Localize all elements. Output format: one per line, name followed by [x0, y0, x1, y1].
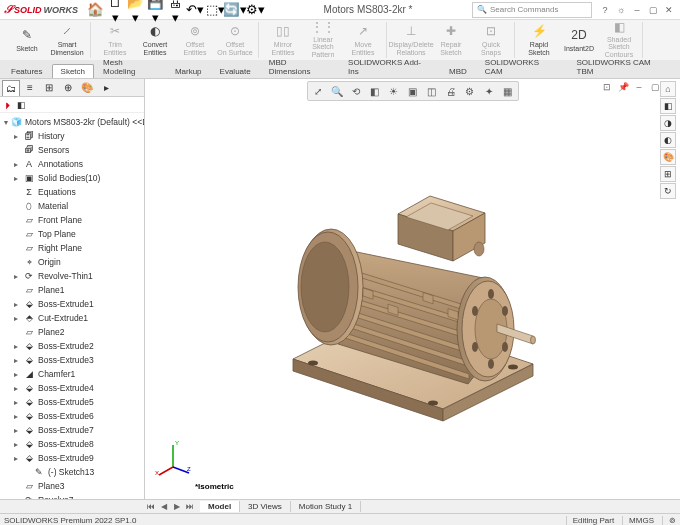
- new-button[interactable]: 🗋▾: [106, 2, 124, 18]
- tree-display-icon[interactable]: ◧: [17, 100, 26, 110]
- expand-icon[interactable]: ▸: [12, 440, 20, 449]
- tree-item[interactable]: 🗊Sensors: [2, 143, 142, 157]
- undo-button[interactable]: ↶▾: [186, 2, 204, 18]
- rebuild-button[interactable]: 🔄▾: [226, 2, 244, 18]
- view-tool-button[interactable]: ☀: [385, 83, 403, 99]
- expand-icon[interactable]: ▸: [12, 342, 20, 351]
- tree-item[interactable]: ▱Front Plane: [2, 213, 142, 227]
- expand-icon[interactable]: ▸: [12, 370, 20, 379]
- property-tab[interactable]: ≡: [21, 80, 39, 96]
- view-tool-button[interactable]: ◧: [366, 83, 384, 99]
- filter-icon[interactable]: ⏵: [4, 100, 13, 110]
- doc-minimize-button[interactable]: –: [632, 81, 646, 93]
- view-tool-button[interactable]: ✦: [480, 83, 498, 99]
- expand-icon[interactable]: ▾: [4, 118, 8, 127]
- tree-item[interactable]: ▸⬙Boss-Extrude7: [2, 423, 142, 437]
- expand-icon[interactable]: ▸: [12, 300, 20, 309]
- tree-item[interactable]: ⬯Material: [2, 199, 142, 213]
- more-tab[interactable]: ▸: [97, 80, 115, 96]
- expand-icon[interactable]: ▸: [12, 174, 20, 183]
- select-button[interactable]: ⬚▾: [206, 2, 224, 18]
- expand-icon[interactable]: ▸: [12, 160, 20, 169]
- tree-item[interactable]: ▸AAnnotations: [2, 157, 142, 171]
- minimize-button[interactable]: –: [630, 3, 644, 17]
- view-tool-button[interactable]: ⤢: [309, 83, 327, 99]
- graphics-viewport[interactable]: ⊡ 📌 – ▢ ✕ ⤢🔍⟲◧☀▣◫🖨⚙✦▦: [145, 79, 680, 499]
- task-pane-tab[interactable]: 🎨: [660, 149, 676, 165]
- status-units[interactable]: MMGS: [622, 516, 654, 525]
- expand-icon[interactable]: ▸: [12, 356, 20, 365]
- tab-nav-button[interactable]: ▶: [171, 502, 183, 511]
- tree-item[interactable]: ▸⬘Cut-Extrude1: [2, 311, 142, 325]
- tab-nav-button[interactable]: ⏭: [184, 502, 196, 511]
- help-button[interactable]: ?: [598, 3, 612, 17]
- tree-item[interactable]: ⌖Origin: [2, 255, 142, 269]
- tab-solidworks-cam[interactable]: SOLIDWORKS CAM: [476, 55, 568, 78]
- tab-markup[interactable]: Markup: [166, 64, 211, 78]
- task-pane-tab[interactable]: ⌂: [660, 81, 676, 97]
- tab-features[interactable]: Features: [2, 64, 52, 78]
- tree-item[interactable]: ▸◢Chamfer1: [2, 367, 142, 381]
- tab-solidworks-cam-tbm[interactable]: SOLIDWORKS CAM TBM: [568, 55, 679, 78]
- expand-icon[interactable]: ▸: [12, 426, 20, 435]
- view-tool-button[interactable]: ⟲: [347, 83, 365, 99]
- save-button[interactable]: 💾▾: [146, 2, 164, 18]
- expand-icon[interactable]: ▸: [12, 454, 20, 463]
- maximize-button[interactable]: ▢: [646, 3, 660, 17]
- doc-pin-icon[interactable]: 📌: [616, 81, 630, 93]
- tree-item[interactable]: ▸⬙Boss-Extrude5: [2, 395, 142, 409]
- expand-icon[interactable]: ▸: [12, 132, 20, 141]
- tree-item[interactable]: ▸⬙Boss-Extrude3: [2, 353, 142, 367]
- tree-item[interactable]: ▸⬙Boss-Extrude8: [2, 437, 142, 451]
- home-button[interactable]: 🏠: [86, 2, 104, 18]
- tree-item[interactable]: ▱Plane3: [2, 479, 142, 493]
- feature-tree[interactable]: ▾ 🧊 Motors MS803-2kr (Default) <<D ▸🗐His…: [0, 113, 144, 499]
- expand-icon[interactable]: ▸: [12, 272, 20, 281]
- bottom-tab-model[interactable]: Model: [200, 501, 240, 512]
- expand-icon[interactable]: ▸: [12, 398, 20, 407]
- ribbon-smart-dimension[interactable]: ⟋SmartDimension: [48, 22, 86, 58]
- task-pane-tab[interactable]: ◐: [660, 132, 676, 148]
- tree-item[interactable]: ▸⬙Boss-Extrude4: [2, 381, 142, 395]
- tree-item[interactable]: ▱Plane1: [2, 283, 142, 297]
- task-pane-tab[interactable]: ◑: [660, 115, 676, 131]
- tree-item[interactable]: ▸⟳Revolve-Thin1: [2, 269, 142, 283]
- ribbon-convert-entities[interactable]: ◐ConvertEntities: [136, 22, 174, 58]
- status-extra-icon[interactable]: ⊚: [662, 516, 676, 525]
- task-pane-tab[interactable]: ↻: [660, 183, 676, 199]
- tree-item[interactable]: ▸⬙Boss-Extrude1: [2, 297, 142, 311]
- view-tool-button[interactable]: ⚙: [461, 83, 479, 99]
- tree-root-item[interactable]: ▾ 🧊 Motors MS803-2kr (Default) <<D: [2, 115, 142, 129]
- tree-item[interactable]: ΣEquations: [2, 185, 142, 199]
- tree-item[interactable]: ✎(-) Sketch13: [2, 465, 142, 479]
- view-tool-button[interactable]: ▦: [499, 83, 517, 99]
- tab-evaluate[interactable]: Evaluate: [211, 64, 260, 78]
- tree-item[interactable]: ▸⬙Boss-Extrude9: [2, 451, 142, 465]
- expand-icon[interactable]: ▸: [12, 412, 20, 421]
- ribbon-instant2d[interactable]: 2DInstant2D: [560, 22, 598, 58]
- config-tab[interactable]: ⊞: [40, 80, 58, 96]
- task-pane-tab[interactable]: ⊞: [660, 166, 676, 182]
- tree-item[interactable]: ▸🗐History: [2, 129, 142, 143]
- expand-icon[interactable]: ▸: [12, 384, 20, 393]
- view-tool-button[interactable]: 🔍: [328, 83, 346, 99]
- tab-nav-button[interactable]: ⏮: [145, 502, 157, 511]
- expand-icon[interactable]: ▸: [12, 496, 20, 500]
- bottom-tab-motion-study-1[interactable]: Motion Study 1: [291, 501, 361, 512]
- ribbon-rapid-sketch[interactable]: ⚡RapidSketch: [520, 22, 558, 58]
- close-button[interactable]: ✕: [662, 3, 676, 17]
- doc-options-icon[interactable]: ⊡: [600, 81, 614, 93]
- ribbon-sketch[interactable]: ✎Sketch: [8, 22, 46, 58]
- tree-item[interactable]: ▱Right Plane: [2, 241, 142, 255]
- view-tool-button[interactable]: ◫: [423, 83, 441, 99]
- tab-nav-button[interactable]: ◀: [158, 502, 170, 511]
- tab-solidworks-add-ins[interactable]: SOLIDWORKS Add-Ins: [339, 55, 440, 78]
- bottom-tab-3d-views[interactable]: 3D Views: [240, 501, 291, 512]
- tree-item[interactable]: ▱Plane2: [2, 325, 142, 339]
- tree-item[interactable]: ▸⬙Boss-Extrude2: [2, 339, 142, 353]
- display-tab[interactable]: 🎨: [78, 80, 96, 96]
- orientation-triad[interactable]: Y X Z: [153, 437, 193, 477]
- tab-sketch[interactable]: Sketch: [52, 64, 94, 78]
- options-button[interactable]: ⚙▾: [246, 2, 264, 18]
- view-tool-button[interactable]: ▣: [404, 83, 422, 99]
